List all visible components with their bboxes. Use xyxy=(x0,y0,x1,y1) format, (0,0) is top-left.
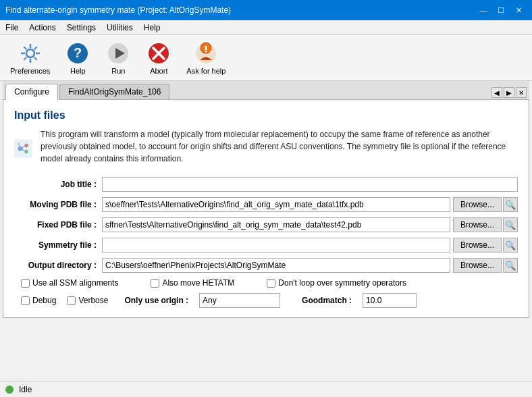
run-icon xyxy=(106,41,130,65)
verbose-checkbox[interactable] xyxy=(67,296,76,305)
svg-point-22 xyxy=(24,150,28,153)
fixed-pdb-search-button[interactable]: 🔍 xyxy=(503,217,518,232)
title-bar: Find alternate-origin symmetry mate (Pro… xyxy=(0,0,532,20)
svg-point-18 xyxy=(205,50,207,52)
output-dir-label: Output directory : xyxy=(14,261,102,270)
abort-icon xyxy=(147,41,171,65)
no-loop-label: Don't loop over symmetry operators xyxy=(278,278,406,288)
svg-line-8 xyxy=(24,57,26,59)
help-icon: ? xyxy=(65,41,90,65)
bottom-row: Debug Verbose Only use origin : Goodmatc… xyxy=(14,293,518,308)
toolbar: Preferences ? Help Run A xyxy=(0,35,532,81)
only-origin-input[interactable] xyxy=(199,293,280,308)
help-label: Help xyxy=(70,67,86,75)
tabs-list: Configure FindAltOrigSymMate_106 xyxy=(5,84,169,99)
svg-rect-19 xyxy=(14,140,32,158)
moving-pdb-input[interactable] xyxy=(102,197,450,212)
maximize-button[interactable]: ☐ xyxy=(493,3,509,17)
debug-label: Debug xyxy=(32,296,56,305)
moving-pdb-label: Moving PDB file : xyxy=(14,200,102,209)
menu-settings[interactable]: Settings xyxy=(61,20,101,34)
moving-pdb-row: Moving PDB file : Browse... 🔍 xyxy=(14,197,518,212)
goodmatch-label: Goodmatch : xyxy=(302,296,352,305)
tab-configure[interactable]: Configure xyxy=(5,84,58,100)
fixed-pdb-label: Fixed PDB file : xyxy=(14,220,102,230)
move-hetatm-checkbox-label[interactable]: Also move HETATM xyxy=(151,278,234,288)
job-title-row: Job title : xyxy=(14,177,518,192)
tab-findaltorigsymmate[interactable]: FindAltOrigSymMate_106 xyxy=(59,84,169,99)
menu-bar: File Actions Settings Utilities Help xyxy=(0,20,532,35)
title-bar-controls: — ☐ ✕ xyxy=(475,3,527,17)
svg-point-25 xyxy=(18,142,20,145)
askhelp-icon xyxy=(194,41,218,65)
verbose-checkbox-label[interactable]: Verbose xyxy=(67,296,108,305)
status-text: Idle xyxy=(19,385,32,394)
job-title-label: Job title : xyxy=(14,180,102,189)
move-hetatm-label: Also move HETATM xyxy=(162,278,234,288)
fixed-pdb-row: Fixed PDB file : Browse... 🔍 xyxy=(14,217,518,232)
fixed-pdb-input[interactable] xyxy=(102,217,450,232)
main-panel: Input files This program will transform … xyxy=(3,100,529,318)
svg-line-6 xyxy=(34,57,36,59)
preferences-icon xyxy=(18,41,43,65)
use-ssm-checkbox[interactable] xyxy=(21,279,30,288)
menu-file[interactable]: File xyxy=(0,20,24,34)
help-button[interactable]: ? Help xyxy=(60,38,95,78)
preferences-button[interactable]: Preferences xyxy=(5,38,55,78)
run-label: Run xyxy=(111,67,125,75)
output-dir-browse-button[interactable]: Browse... xyxy=(453,258,502,273)
svg-point-20 xyxy=(18,146,22,151)
symmetry-search-button[interactable]: 🔍 xyxy=(503,238,518,253)
checkbox-row-1: Use all SSM alignments Also move HETATM … xyxy=(14,278,518,288)
tab-navigation: ◀ ▶ ✕ xyxy=(491,87,527,98)
no-loop-checkbox[interactable] xyxy=(267,279,275,288)
use-ssm-label: Use all SSM alignments xyxy=(32,278,118,288)
output-dir-input[interactable] xyxy=(102,258,450,273)
window-title: Find alternate-origin symmetry mate (Pro… xyxy=(5,5,475,15)
tab-area: Configure FindAltOrigSymMate_106 ◀ ▶ ✕ I… xyxy=(0,81,532,318)
askhelp-label: Ask for help xyxy=(186,67,225,75)
close-button[interactable]: ✕ xyxy=(510,3,527,17)
svg-line-7 xyxy=(34,47,36,49)
abort-label: Abort xyxy=(150,67,167,75)
menu-utilities[interactable]: Utilities xyxy=(101,20,138,34)
tab-next-button[interactable]: ▶ xyxy=(504,87,514,98)
menu-actions[interactable]: Actions xyxy=(24,20,61,34)
status-bar: Idle xyxy=(0,381,532,397)
job-title-input[interactable] xyxy=(102,177,518,192)
no-loop-checkbox-label[interactable]: Don't loop over symmetry operators xyxy=(267,278,406,288)
debug-checkbox[interactable] xyxy=(21,296,30,305)
debug-checkbox-label[interactable]: Debug xyxy=(21,296,56,305)
preferences-label: Preferences xyxy=(10,67,50,75)
askhelp-button[interactable]: Ask for help xyxy=(182,38,230,78)
fixed-pdb-browse-button[interactable]: Browse... xyxy=(453,217,502,232)
move-hetatm-checkbox[interactable] xyxy=(151,279,159,288)
symmetry-row: Symmetry file : Browse... 🔍 xyxy=(14,238,518,253)
svg-point-0 xyxy=(26,49,34,57)
abort-button[interactable]: Abort xyxy=(141,38,176,78)
only-origin-label: Only use origin : xyxy=(124,296,188,305)
tabs-container: Configure FindAltOrigSymMate_106 ◀ ▶ ✕ xyxy=(3,81,529,100)
symmetry-browse-button[interactable]: Browse... xyxy=(453,238,502,253)
moving-pdb-search-button[interactable]: 🔍 xyxy=(503,197,518,212)
verbose-label: Verbose xyxy=(78,296,108,305)
svg-point-21 xyxy=(24,144,28,147)
output-dir-search-button[interactable]: 🔍 xyxy=(503,258,518,273)
menu-help[interactable]: Help xyxy=(138,20,166,34)
symmetry-label: Symmetry file : xyxy=(14,240,102,250)
goodmatch-input[interactable] xyxy=(363,293,417,308)
run-button[interactable]: Run xyxy=(101,38,136,78)
description-text: This program will transform a model (typ… xyxy=(41,128,518,165)
status-indicator xyxy=(5,386,14,394)
tab-close-button[interactable]: ✕ xyxy=(516,87,527,98)
molecule-icon xyxy=(14,128,32,169)
symmetry-input[interactable] xyxy=(102,238,450,253)
moving-pdb-browse-button[interactable]: Browse... xyxy=(453,197,502,212)
section-title: Input files xyxy=(14,109,518,122)
minimize-button[interactable]: — xyxy=(475,3,491,17)
svg-text:?: ? xyxy=(74,45,82,60)
tab-prev-button[interactable]: ◀ xyxy=(491,87,502,98)
output-dir-row: Output directory : Browse... 🔍 xyxy=(14,258,518,273)
use-ssm-checkbox-label[interactable]: Use all SSM alignments xyxy=(21,278,118,288)
description-area: This program will transform a model (typ… xyxy=(14,128,518,169)
